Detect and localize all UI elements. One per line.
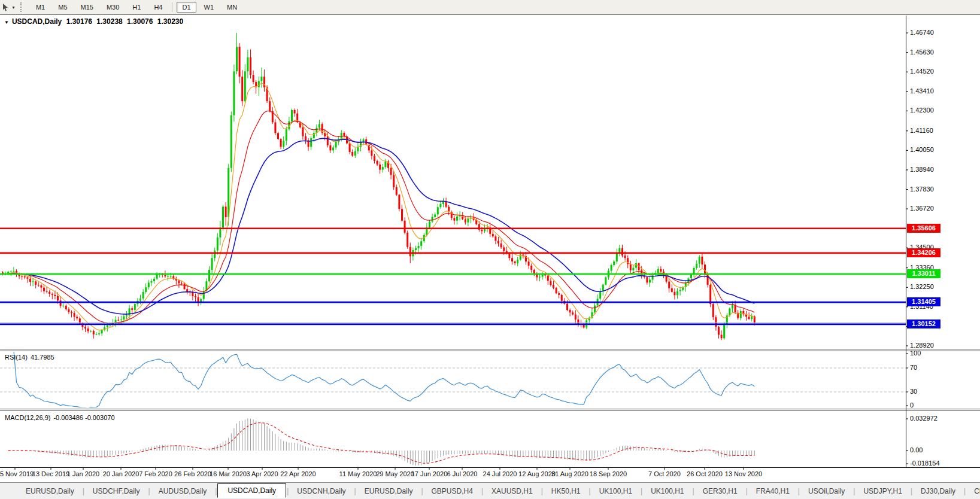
open-value: 1.30176	[66, 17, 92, 26]
price-tick-label: 1.36720	[910, 205, 934, 212]
x-axis-label: 31 Aug 2020	[551, 470, 588, 477]
timeframe-m30-button[interactable]: M30	[101, 2, 125, 13]
rsi-tick-label: 100	[910, 349, 921, 357]
collapse-caret-icon[interactable]: ▼	[4, 20, 9, 25]
tab-separator: |	[421, 487, 423, 495]
x-axis-label: 13 Nov 2020	[725, 470, 762, 477]
price-tick-label: 1.44520	[910, 68, 934, 75]
rsi-indicator-label: RSI(14)41.7985	[5, 354, 57, 361]
tab-separator: |	[83, 487, 84, 495]
tab-UK100-H1[interactable]: UK100,H1	[643, 485, 691, 498]
price-line-label: 1.33011	[907, 269, 940, 278]
price-tick-label: 1.45630	[910, 48, 934, 56]
x-axis-label: 18 Sep 2020	[590, 470, 627, 477]
price-tick-label: 1.42300	[910, 107, 934, 114]
tab-separator: |	[541, 487, 543, 495]
rsi-tick-label: 0	[910, 401, 914, 409]
rsi-tick-label: 30	[910, 388, 917, 395]
tab-separator: |	[641, 487, 642, 495]
price-chart[interactable]	[0, 0, 980, 499]
x-axis-label: 7 Feb 2020	[139, 470, 172, 477]
tab-separator: |	[481, 487, 483, 495]
tab-CHINA300-H1[interactable]: CHINA300,H1	[966, 485, 980, 498]
tab-separator: |	[964, 487, 966, 495]
macd-tick-label: 0.00	[910, 446, 923, 454]
timeframe-m5-button[interactable]: M5	[53, 2, 72, 13]
tab-separator: |	[853, 487, 855, 495]
tab-AUDUSD-Daily[interactable]: AUDUSD,Daily	[151, 485, 215, 498]
timeframe-mn-button[interactable]: MN	[222, 2, 242, 13]
tab-XAUUSD-H1[interactable]: XAUUSD,H1	[484, 485, 541, 498]
symbol-tabs: EURUSD,Daily|USDCHF,Daily|AUDUSD,Daily|U…	[18, 485, 980, 498]
toolbar-grip-handle[interactable]	[20, 2, 25, 12]
timeframe-m1-button[interactable]: M1	[31, 2, 50, 13]
x-axis-label: 13 Dec 2019	[32, 470, 69, 477]
tab-separator: |	[911, 487, 912, 495]
price-tick-label: 1.32250	[910, 283, 934, 290]
price-line-label: 1.35606	[907, 224, 940, 233]
tab-GBPUSD-H4[interactable]: GBPUSD,H4	[424, 485, 481, 498]
timeframe-d1-button[interactable]: D1	[177, 2, 196, 13]
x-axis-label: 25 Nov 2019	[0, 470, 34, 477]
price-tick-label: 1.41160	[910, 127, 933, 134]
trading-terminal-window: ▼ M1M5M15M30H1H4D1W1MN ▼USDCAD,Daily 1.3…	[0, 0, 980, 499]
price-tick-label: 1.38940	[910, 166, 934, 173]
tab-UK100-H1[interactable]: UK100,H1	[591, 485, 640, 498]
x-axis-label: 1 Jan 2020	[67, 470, 99, 477]
tab-separator: |	[798, 487, 800, 495]
low-value: 1.30076	[127, 17, 153, 26]
x-axis-label: 29 May 2020	[376, 470, 414, 477]
pointer-dropdown-caret-icon[interactable]: ▼	[11, 5, 16, 10]
macd-tick-label: 0.032972	[910, 415, 937, 422]
x-axis-label: 7 Oct 2020	[648, 470, 681, 477]
x-axis-label: 3 Apr 2020	[246, 470, 278, 477]
macd-values: -0.003486 -0.003070	[53, 414, 114, 421]
price-tick-label: 1.28920	[910, 342, 934, 349]
macd-tick-label: -0.018154	[910, 460, 940, 467]
price-tick-label: 1.40050	[910, 146, 934, 153]
tab-FRA40-H1[interactable]: FRA40,H1	[748, 485, 797, 498]
x-axis-label: 12 Aug 2020	[518, 470, 556, 477]
x-axis-label: 26 Oct 2020	[687, 470, 723, 477]
tab-USDCHF-Daily[interactable]: USDCHF,Daily	[85, 485, 148, 498]
x-axis-label: 20 Jan 2020	[103, 470, 139, 477]
timeframe-buttons: M1M5M15M30H1H4D1W1MN	[29, 2, 244, 13]
tab-separator: |	[693, 487, 694, 495]
timeframe-m15-button[interactable]: M15	[75, 2, 99, 13]
x-axis-label: 6 Jul 2020	[447, 470, 478, 477]
x-axis-label: 26 Feb 2020	[174, 470, 211, 477]
tab-DJ30-Daily[interactable]: DJ30,Daily	[913, 485, 963, 498]
tab-USDJPY-H1[interactable]: USDJPY,H1	[855, 485, 909, 498]
chart-ohlc-header: ▼USDCAD,Daily 1.30176 1.30238 1.30076 1.…	[4, 17, 186, 26]
tab-EURUSD-Daily[interactable]: EURUSD,Daily	[18, 485, 82, 498]
tab-separator: |	[148, 487, 150, 495]
tab-EURUSD-Daily[interactable]: EURUSD,Daily	[357, 485, 421, 498]
pointer-tool-icon[interactable]	[1, 2, 10, 12]
timeframe-h1-button[interactable]: H1	[127, 2, 146, 13]
tab-HK50-H1[interactable]: HK50,H1	[544, 485, 588, 498]
x-axis-label: 16 Mar 2020	[210, 470, 247, 477]
rsi-tick-label: 70	[910, 364, 917, 371]
tab-GER30-H1[interactable]: GER30,H1	[695, 485, 745, 498]
price-tick-label: 1.46740	[910, 29, 934, 36]
macd-indicator-label: MACD(12,26,9)-0.003486 -0.003070	[5, 414, 118, 421]
timeframe-group-separator	[172, 2, 172, 12]
x-axis-label: 11 May 2020	[339, 470, 377, 477]
timeframe-w1-button[interactable]: W1	[199, 2, 220, 13]
price-line-label: 1.31405	[907, 297, 940, 306]
chart-symbol-label: USDCAD,Daily	[12, 17, 62, 26]
price-tick-label: 1.37830	[910, 185, 934, 193]
close-value: 1.30230	[157, 17, 183, 26]
symbol-tab-bar: EURUSD,Daily|USDCHF,Daily|AUDUSD,Daily|U…	[0, 482, 980, 499]
high-value: 1.30238	[96, 17, 122, 26]
timeframe-h4-button[interactable]: H4	[148, 2, 168, 13]
tab-USOil-Daily[interactable]: USOil,Daily	[800, 485, 852, 498]
rsi-value: 41.7985	[31, 354, 54, 361]
tab-separator: |	[746, 487, 748, 495]
x-axis-label: 24 Jul 2020	[483, 470, 517, 477]
x-axis-label: 17 Jun 2020	[411, 470, 448, 477]
tab-USDCAD-Daily[interactable]: USDCAD,Daily	[217, 483, 286, 498]
tab-USDCNH-Daily[interactable]: USDCNH,Daily	[289, 485, 353, 498]
timeframe-toolbar: ▼ M1M5M15M30H1H4D1W1MN	[0, 0, 980, 15]
tab-separator: |	[215, 487, 217, 495]
